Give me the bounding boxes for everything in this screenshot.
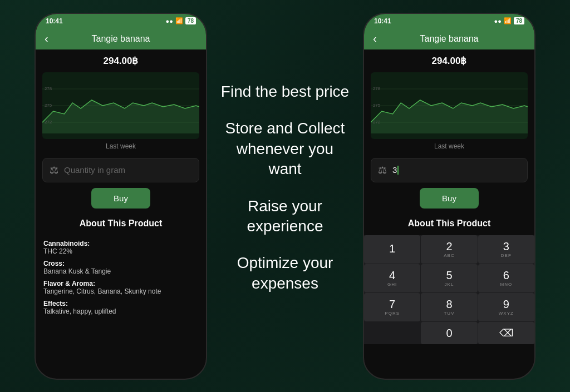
svg-text:272: 272 <box>45 119 52 124</box>
key-0[interactable]: 0 <box>421 322 477 344</box>
svg-text:275: 275 <box>373 102 381 107</box>
chart-left: 278 275 272 <box>42 72 199 139</box>
status-icons-right: ●● 📶 78 <box>494 17 524 24</box>
key-2[interactable]: 2 ABC <box>421 235 477 264</box>
phone-content-left: 294.00฿ 278 275 272 Last <box>36 49 206 317</box>
buy-button-left[interactable]: Buy <box>91 188 150 209</box>
signal-icon-left: ●● <box>166 18 173 24</box>
quantity-input-right[interactable]: ⚖ 3 <box>371 158 528 182</box>
wifi-icon-right: 📶 <box>504 17 512 24</box>
app-header-left: ‹ Tangie banana <box>36 28 206 49</box>
key-5[interactable]: 5 JKL <box>421 264 477 292</box>
svg-text:278: 278 <box>45 86 52 91</box>
key-delete[interactable]: ⌫ <box>478 322 534 344</box>
app-layout: 10:41 ●● 📶 78 ‹ Tangie banana 294.00฿ <box>0 0 570 392</box>
status-bar-right: 10:41 ●● 📶 78 <box>364 14 534 28</box>
phone-right: 10:41 ●● 📶 78 ‹ Tangie banana 294.00฿ <box>363 13 535 380</box>
key-4[interactable]: 4 GHI <box>364 264 420 292</box>
status-icons-left: ●● 📶 78 <box>166 17 196 24</box>
about-title-right: About This Product <box>364 214 534 233</box>
key-empty <box>364 322 420 344</box>
tagline-4: Optimize your expenses <box>218 253 352 294</box>
svg-text:275: 275 <box>45 102 52 107</box>
label-flavor: Flavor & Aroma: <box>43 280 198 287</box>
middle-section: Find the best price Store and Collect wh… <box>207 71 363 321</box>
app-title-right: Tangie banana <box>420 34 479 44</box>
quantity-placeholder-left[interactable]: Quantity in gram <box>64 165 192 175</box>
quantity-input-left[interactable]: ⚖ Quantity in gram <box>42 158 199 182</box>
key-3[interactable]: 3 DEF <box>478 235 534 264</box>
buy-button-right[interactable]: Buy <box>420 188 479 209</box>
tagline-2: Store and Collect whenever you want <box>218 118 352 179</box>
label-effects: Effects: <box>43 300 198 307</box>
quantity-value-right[interactable]: 3 <box>392 165 397 175</box>
svg-text:278: 278 <box>373 86 381 91</box>
time-right: 10:41 <box>374 17 391 25</box>
key-7[interactable]: 7 PQRS <box>364 293 420 321</box>
label-cross: Cross: <box>43 260 198 267</box>
svg-text:272: 272 <box>373 119 381 124</box>
product-info-left: Cannabinoids: THC 22% Cross: Banana Kusk… <box>36 233 206 317</box>
cursor-blink <box>397 166 399 175</box>
value-cannabinoids: THC 22% <box>43 247 198 255</box>
battery-right: 78 <box>514 17 524 24</box>
battery-left: 78 <box>185 17 196 24</box>
price-left: 294.00฿ <box>36 49 206 72</box>
app-header-right: ‹ Tangie banana <box>364 28 534 49</box>
price-right: 294.00฿ <box>364 49 534 72</box>
value-effects: Talkative, happy, uplifted <box>43 307 198 315</box>
numpad: 1 2 ABC 3 DEF 4 GHI 5 JKL <box>364 235 534 344</box>
tagline-1: Find the best price <box>221 82 349 102</box>
phone-left: 10:41 ●● 📶 78 ‹ Tangie banana 294.00฿ <box>35 13 207 380</box>
chart-label-left: Last week <box>36 139 206 153</box>
scale-icon-left: ⚖ <box>50 164 58 176</box>
time-left: 10:41 <box>46 17 63 25</box>
status-bar-left: 10:41 ●● 📶 78 <box>36 14 206 28</box>
value-cross: Banana Kusk & Tangie <box>43 267 198 275</box>
scale-icon-right: ⚖ <box>378 164 387 176</box>
chart-right: 278 275 272 <box>371 72 528 139</box>
wifi-icon-left: 📶 <box>175 17 183 24</box>
key-1[interactable]: 1 <box>364 235 420 264</box>
app-title-left: Tangie banana <box>92 34 150 44</box>
back-button-right[interactable]: ‹ <box>373 32 377 45</box>
tagline-3: Raise your experience <box>218 196 352 237</box>
back-button-left[interactable]: ‹ <box>45 32 48 45</box>
phone-content-right: 294.00฿ 278 275 272 Last week ⚖ 3 <box>364 49 534 344</box>
chart-label-right: Last week <box>364 139 534 153</box>
value-flavor: Tangerine, Citrus, Banana, Skunky note <box>43 287 198 295</box>
label-cannabinoids: Cannabinoids: <box>43 240 198 247</box>
signal-icon-right: ●● <box>494 18 502 24</box>
key-6[interactable]: 6 MNO <box>478 264 534 292</box>
key-9[interactable]: 9 WXYZ <box>478 293 534 321</box>
key-8[interactable]: 8 TUV <box>421 293 477 321</box>
about-title-left: About This Product <box>36 214 206 233</box>
